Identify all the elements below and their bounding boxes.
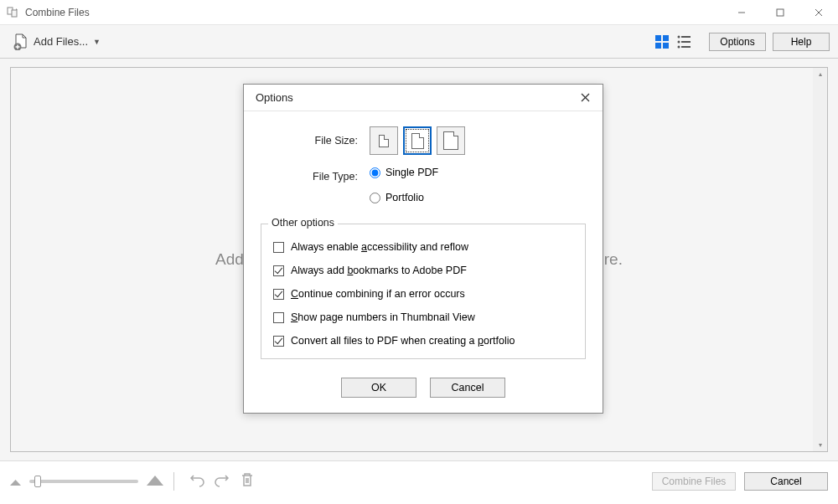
cancel-button[interactable]: Cancel — [744, 472, 828, 491]
option-label: Convert all files to PDF when creating a… — [291, 335, 515, 347]
svg-rect-3 — [777, 9, 784, 16]
combine-files-button[interactable]: Combine Files — [652, 472, 736, 491]
options-button[interactable]: Options — [709, 33, 766, 51]
option-checkbox-4[interactable]: Convert all files to PDF when creating a… — [273, 335, 573, 347]
file-type-portfolio-radio[interactable]: Portfolio — [370, 192, 424, 203]
add-files-label: Add Files... — [34, 35, 88, 48]
redo-button[interactable] — [215, 472, 230, 491]
svg-marker-19 — [10, 480, 21, 486]
option-label: Continue combining if an error occurs — [291, 288, 465, 300]
chevron-down-icon: ▼ — [93, 38, 101, 46]
option-label: Show page numbers in Thumbnail View — [291, 311, 475, 323]
checkbox-icon[interactable] — [273, 265, 284, 276]
svg-point-13 — [678, 35, 680, 38]
divider — [173, 472, 174, 491]
svg-marker-20 — [147, 476, 163, 486]
dialog-title: Options — [256, 91, 293, 104]
zoom-in-icon — [147, 473, 163, 489]
file-size-row: File Size: — [261, 126, 586, 155]
options-dialog: Options File Size: File Type: Single PDF… — [243, 84, 603, 414]
option-checkbox-1[interactable]: Always add bookmarks to Adobe PDF — [273, 265, 573, 276]
window-title: Combine Files — [25, 7, 90, 18]
add-files-button[interactable]: Add Files... ▼ — [8, 30, 106, 54]
checkbox-icon[interactable] — [273, 312, 284, 323]
file-size-label: File Size: — [261, 135, 370, 147]
slider-thumb[interactable] — [34, 476, 41, 487]
option-label: Always add bookmarks to Adobe PDF — [291, 265, 467, 276]
svg-rect-16 — [681, 41, 691, 43]
list-view-button[interactable] — [675, 33, 692, 50]
svg-rect-1 — [12, 10, 17, 17]
checkbox-icon[interactable] — [273, 242, 284, 253]
file-size-large[interactable] — [437, 126, 465, 155]
toolbar: Add Files... ▼ Options Help — [0, 25, 838, 59]
minimize-button[interactable] — [722, 0, 761, 25]
option-checkbox-3[interactable]: Show page numbers in Thumbnail View — [273, 311, 573, 323]
dialog-close-button[interactable] — [576, 89, 594, 107]
option-checkbox-0[interactable]: Always enable accessibility and reflow — [273, 241, 573, 253]
undo-button[interactable] — [189, 472, 204, 491]
svg-rect-12 — [663, 43, 669, 49]
svg-rect-18 — [681, 46, 691, 48]
file-type-label: File Type: — [261, 171, 370, 183]
file-size-medium[interactable] — [403, 126, 432, 155]
scroll-up-icon: ▴ — [819, 70, 822, 78]
option-label: Always enable accessibility and reflow — [291, 241, 468, 253]
svg-rect-10 — [663, 35, 669, 41]
add-file-icon — [13, 33, 28, 50]
svg-rect-9 — [655, 35, 661, 41]
file-type-row-2: Portfolio — [261, 192, 586, 212]
maximize-button[interactable] — [761, 0, 799, 25]
help-button[interactable]: Help — [773, 33, 830, 51]
file-size-small[interactable] — [370, 126, 398, 155]
file-type-single-radio[interactable]: Single PDF — [370, 167, 438, 178]
checkbox-icon[interactable] — [273, 289, 284, 300]
option-checkbox-2[interactable]: Continue combining if an error occurs — [273, 288, 573, 300]
thumbnail-view-button[interactable] — [654, 33, 670, 50]
svg-point-17 — [678, 45, 680, 48]
zoom-out-icon — [10, 474, 21, 489]
svg-rect-11 — [655, 43, 661, 49]
svg-point-15 — [678, 40, 680, 43]
delete-button[interactable] — [240, 472, 255, 491]
dialog-titlebar: Options — [244, 85, 603, 111]
svg-rect-14 — [681, 36, 691, 38]
view-mode-group — [654, 33, 692, 50]
close-button[interactable] — [799, 0, 838, 25]
file-type-row: File Type: Single PDF — [261, 167, 586, 187]
bottom-bar: Combine Files Cancel — [0, 460, 838, 501]
dialog-cancel-button[interactable]: Cancel — [430, 378, 505, 398]
scrollbar[interactable]: ▴ ▾ — [813, 68, 827, 451]
window-titlebar: Combine Files — [0, 0, 838, 25]
scroll-down-icon: ▾ — [819, 441, 822, 449]
app-icon — [7, 6, 20, 19]
dialog-ok-button[interactable]: OK — [341, 378, 416, 398]
checkbox-icon[interactable] — [273, 336, 284, 347]
window-controls — [722, 0, 838, 25]
dialog-footer: OK Cancel — [244, 374, 603, 413]
other-options-legend: Other options — [268, 217, 338, 229]
other-options-fieldset: Other options Always enable accessibilit… — [261, 224, 586, 359]
zoom-slider[interactable] — [29, 480, 138, 483]
